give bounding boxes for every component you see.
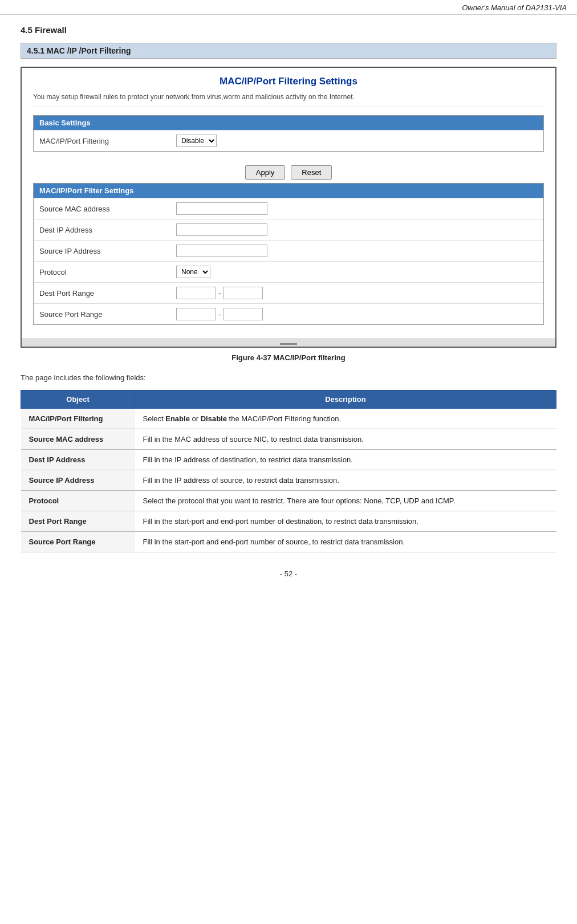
description-table: Object Description MAC/IP/Port Filtering… xyxy=(21,390,556,552)
panel-title: MAC/IP/Port Filtering Settings xyxy=(33,76,544,87)
table-cell-description: Select the protocol that you want to res… xyxy=(135,491,556,511)
table-row: Source Port RangeFill in the start-port … xyxy=(21,532,556,552)
col1-header: Object xyxy=(21,390,135,409)
source-mac-label: Source MAC address xyxy=(39,205,176,213)
table-cell-description: Fill in the IP address of source, to res… xyxy=(135,470,556,491)
table-cell-description: Fill in the IP address of destination, t… xyxy=(135,450,556,470)
table-row: Source IP AddressFill in the IP address … xyxy=(21,470,556,491)
dest-port-end-field[interactable] xyxy=(223,287,263,299)
table-row: Dest IP AddressFill in the IP address of… xyxy=(21,450,556,470)
table-row: Dest Port RangeFill in the start-port an… xyxy=(21,511,556,532)
page-includes-text: The page includes the following fields: xyxy=(21,373,556,382)
source-ip-field[interactable] xyxy=(176,245,267,257)
source-port-separator: - xyxy=(218,310,221,319)
source-port-range-input[interactable]: - xyxy=(176,308,538,320)
reset-button[interactable]: Reset xyxy=(291,165,332,180)
apply-button[interactable]: Apply xyxy=(245,165,286,180)
table-row: ProtocolSelect the protocol that you wan… xyxy=(21,491,556,511)
source-ip-label: Source IP Address xyxy=(39,247,176,255)
apply-reset-row: Apply Reset xyxy=(33,160,544,183)
protocol-row: Protocol None TCP UDP ICMP xyxy=(34,261,543,282)
table-cell-object: Source MAC address xyxy=(21,429,135,450)
mac-ip-port-filtering-input[interactable]: Disable Enable xyxy=(176,135,538,147)
protocol-input[interactable]: None TCP UDP ICMP xyxy=(176,266,538,278)
dest-port-start-field[interactable] xyxy=(176,287,216,299)
filter-settings-title: MAC/IP/Port Filter Settings xyxy=(34,184,543,198)
source-mac-input[interactable] xyxy=(176,202,538,215)
col2-header: Description xyxy=(135,390,556,409)
table-cell-description: Fill in the start-port and end-port numb… xyxy=(135,532,556,552)
table-row: MAC/IP/Port FilteringSelect Enable or Di… xyxy=(21,409,556,429)
port-range-separator: - xyxy=(218,289,221,298)
table-cell-object: Source IP Address xyxy=(21,470,135,491)
source-mac-row: Source MAC address xyxy=(34,198,543,219)
dest-ip-row: Dest IP Address xyxy=(34,219,543,240)
source-mac-field[interactable] xyxy=(176,202,267,215)
filter-settings-panel: MAC/IP/Port Filter Settings Source MAC a… xyxy=(33,183,544,325)
source-port-range-label: Source Port Range xyxy=(39,310,176,319)
basic-settings-panel: Basic Settings MAC/IP/Port Filtering Dis… xyxy=(33,115,544,152)
basic-settings-title: Basic Settings xyxy=(34,116,543,130)
dest-ip-input[interactable] xyxy=(176,223,538,236)
page-number: - 52 - xyxy=(21,569,556,578)
source-ip-input[interactable] xyxy=(176,245,538,257)
section-heading-4-5-1: 4.5.1 MAC /IP /Port Filtering xyxy=(21,43,556,59)
section-heading-4-5: 4.5 Firewall xyxy=(21,25,556,35)
figure-caption: Figure 4-37 MAC/IP/Port filtering xyxy=(21,353,556,362)
source-ip-row: Source IP Address xyxy=(34,240,543,261)
source-port-start-field[interactable] xyxy=(176,308,216,320)
dest-port-range-row: Dest Port Range - xyxy=(34,282,543,303)
panel-description: You may setup firewall rules to protect … xyxy=(33,93,544,107)
mac-ip-port-filtering-label: MAC/IP/Port Filtering xyxy=(39,137,176,145)
table-cell-object: Protocol xyxy=(21,491,135,511)
screenshot-box: MAC/IP/Port Filtering Settings You may s… xyxy=(21,67,556,348)
mac-ip-port-filtering-row: MAC/IP/Port Filtering Disable Enable xyxy=(34,130,543,151)
protocol-label: Protocol xyxy=(39,268,176,276)
source-port-end-field[interactable] xyxy=(223,308,263,320)
protocol-select[interactable]: None TCP UDP ICMP xyxy=(176,266,210,278)
table-cell-object: Dest IP Address xyxy=(21,450,135,470)
table-cell-object: Source Port Range xyxy=(21,532,135,552)
table-row: Source MAC addressFill in the MAC addres… xyxy=(21,429,556,450)
dest-port-range-input[interactable]: - xyxy=(176,287,538,299)
table-cell-object: Dest Port Range xyxy=(21,511,135,532)
dest-ip-label: Dest IP Address xyxy=(39,226,176,234)
scrollbar-indicator: ▬▬▬ xyxy=(22,339,555,347)
page-header: Owner's Manual of DA2131-VIA xyxy=(0,0,577,15)
header-title: Owner's Manual of DA2131-VIA xyxy=(462,3,567,12)
table-cell-object: MAC/IP/Port Filtering xyxy=(21,409,135,429)
table-cell-description: Select Enable or Disable the MAC/IP/Port… xyxy=(135,409,556,429)
dest-port-range-label: Dest Port Range xyxy=(39,289,176,298)
table-cell-description: Fill in the start-port and end-port numb… xyxy=(135,511,556,532)
source-port-range-row: Source Port Range - xyxy=(34,303,543,324)
filtering-select[interactable]: Disable Enable xyxy=(176,135,217,147)
dest-ip-field[interactable] xyxy=(176,223,267,236)
table-cell-description: Fill in the MAC address of source NIC, t… xyxy=(135,429,556,450)
